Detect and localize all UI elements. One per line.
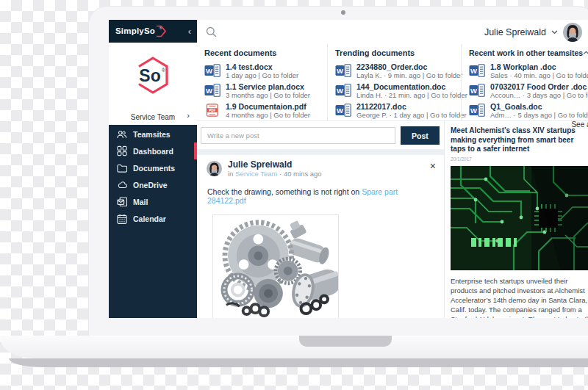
webcam-dot: [341, 10, 345, 15]
doc-meta: George P. · 1 day ago | Go to folder: [356, 111, 467, 119]
brand-bracket-icon: [156, 25, 166, 37]
feed-divider: [197, 149, 444, 155]
word-doc-icon: [335, 84, 351, 97]
post-in-label: in: [228, 170, 233, 178]
doc-title: 21122017.doc: [356, 103, 467, 111]
chevron-down-icon: [551, 30, 558, 35]
post-text: Check the drawing, something is not righ…: [207, 187, 359, 196]
doc-item[interactable]: Q1_Goals.doc Adm… · 5 days ago | Go to f…: [469, 103, 584, 119]
team-logo-tile: So ®: [109, 43, 197, 109]
news-panel: Meet Alchemist’s class XIV startups maki…: [444, 121, 588, 318]
svg-text:®: ®: [162, 68, 165, 73]
search-icon[interactable]: [206, 26, 217, 37]
column-title: Recent documents: [204, 48, 323, 57]
doc-item[interactable]: 21122017.doc George P. · 1 day ago | Go …: [335, 103, 456, 119]
sidebar-item-dashboard[interactable]: Dashboard: [109, 142, 197, 159]
doc-meta: Sales · 40 min. ago | Go to folder: [490, 71, 588, 79]
doc-title: 07032017 Food Order .doc: [490, 83, 588, 91]
cloud-icon: [117, 180, 127, 190]
sidebar-item-label: Mail: [133, 198, 148, 206]
word-doc-icon: [469, 104, 485, 117]
svg-text:So: So: [139, 66, 160, 85]
see-all-link[interactable]: See all: [469, 120, 588, 129]
post-time: 40 mins ago: [284, 170, 322, 178]
doc-item[interactable]: 07032017 Food Order .doc Accoun… · 3 day…: [469, 83, 584, 99]
doc-item[interactable]: 1.8 Workplan .doc Sales · 40 min. ago | …: [469, 63, 584, 79]
mail-icon: [117, 197, 127, 207]
post-avatar[interactable]: [207, 161, 222, 176]
gears-image: [212, 214, 339, 318]
post-button[interactable]: Post: [401, 126, 440, 145]
user-avatar[interactable]: [563, 23, 582, 42]
service-team-selector[interactable]: Service Team ›: [109, 109, 197, 125]
chevron-left-icon[interactable]: ‹: [188, 26, 191, 36]
laptop-base: [0, 336, 588, 358]
post-separator: ·: [279, 170, 282, 178]
word-doc-icon: [469, 64, 485, 77]
doc-meta: Linda H. · 21 min. ago | Go to folder: [356, 91, 467, 99]
trending-documents-column: Trending documents 2234880_Order.doc Lay…: [327, 44, 461, 120]
word-doc-icon: [204, 64, 220, 77]
pdf-doc-icon: [204, 104, 220, 117]
sidebar-item-onedrive[interactable]: OneDrive: [109, 176, 197, 193]
sidebar-menu: Teamsites Dashboard Documents OneDrive M…: [109, 125, 197, 318]
word-doc-icon: [469, 84, 485, 97]
word-doc-icon: [335, 104, 351, 117]
sidebar: SimplySo ® ‹ So ® Service Team ›: [109, 20, 197, 318]
sidebar-item-documents[interactable]: Documents: [109, 159, 197, 176]
doc-title: 144_Documentation.doc: [356, 83, 467, 91]
feed-row: Post Julie Spreiwald in: [197, 121, 588, 318]
news-date: 20/1/2017: [451, 156, 588, 162]
doc-title: 1.9 Documentaion.pdf: [226, 103, 310, 111]
doc-meta: Layla K. · 9 min. ago | Go to folder: [356, 71, 463, 79]
doc-item[interactable]: 144_Documentation.doc Linda H. · 21 min.…: [335, 83, 456, 99]
circuit-board-image[interactable]: [451, 166, 588, 270]
sidebar-item-mail[interactable]: Mail: [109, 193, 197, 210]
user-menu[interactable]: Julie Spreiwald: [484, 23, 582, 42]
brand-text: SimplySo: [115, 25, 155, 37]
doc-item[interactable]: 1.1 Service plan.docx 3 months ago | Go …: [204, 83, 323, 99]
laptop-screen: SimplySo ® ‹ So ® Service Team ›: [109, 20, 588, 318]
doc-item[interactable]: 1.9 Documentaion.pdf 4 months ago | Go t…: [204, 103, 323, 119]
post-card: Julie Spreiwald in Service Team · 40 min…: [197, 155, 444, 318]
sidebar-item-label: Dashboard: [133, 147, 173, 156]
folder-icon: [117, 163, 127, 173]
chevron-up-icon[interactable]: [583, 51, 588, 55]
document-columns: Recent documents 1.4 test.docx 1 day ago…: [197, 44, 588, 121]
people-icon: [117, 129, 127, 140]
sidebar-item-label: Calendar: [133, 214, 166, 223]
chevron-right-icon: ›: [187, 111, 190, 120]
post-header: Julie Spreiwald in Service Team · 40 min…: [207, 159, 435, 178]
grid-icon: [117, 146, 127, 156]
doc-meta: Adm… · 5 days ago | Go to folder: [490, 111, 588, 119]
main-area: Julie Spreiwald Recent documents 1.4 tes…: [197, 20, 588, 318]
word-doc-icon: [204, 84, 220, 97]
calendar-icon: [117, 214, 127, 224]
feed: Post Julie Spreiwald in: [197, 121, 444, 318]
doc-item[interactable]: 1.4 test.docx 1 day ago | Go to folder: [204, 63, 323, 79]
user-name: Julie Spreiwald: [484, 27, 546, 37]
sidebar-item-label: Documents: [133, 164, 175, 173]
sidebar-item-label: Teamsites: [133, 130, 171, 139]
post-author[interactable]: Julie Spreiwald: [228, 159, 322, 170]
news-body: Enterprise tech startups unveiled their …: [451, 276, 588, 319]
doc-title: 1.4 test.docx: [226, 63, 298, 71]
doc-item[interactable]: 2234880_Order.doc Layla K. · 9 min. ago …: [335, 63, 456, 79]
doc-title: 2234880_Order.doc: [356, 63, 463, 71]
doc-meta: 3 months ago | Go to folder: [226, 91, 310, 99]
doc-title: 1.8 Workplan .doc: [490, 63, 588, 71]
post-composer: Post: [197, 121, 444, 149]
team-link[interactable]: Service Team: [235, 170, 277, 178]
column-title: Recent work in other teamsites: [469, 48, 583, 57]
close-post-button[interactable]: ×: [430, 161, 436, 171]
laptop-base-edge: [9, 358, 588, 367]
new-post-input[interactable]: [201, 127, 395, 144]
sidebar-item-label: OneDrive: [133, 181, 168, 189]
other-teamsites-column: Recent work in other teamsites 1.8 Workp…: [461, 44, 588, 120]
stage: SimplySo ® ‹ So ® Service Team ›: [0, 0, 588, 390]
sidebar-item-calendar[interactable]: Calendar: [109, 210, 197, 227]
so-logo: So ®: [129, 54, 177, 97]
news-title[interactable]: Meet Alchemist’s class XIV startups maki…: [451, 126, 584, 154]
sidebar-item-teamsites[interactable]: Teamsites: [109, 126, 197, 142]
brand-logo[interactable]: SimplySo ®: [115, 25, 162, 37]
